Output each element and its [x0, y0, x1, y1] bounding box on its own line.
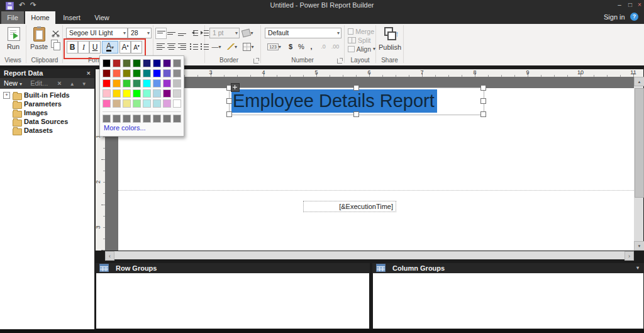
color-swatch[interactable] [143, 79, 151, 87]
tree-item-datasets[interactable]: Datasets [0, 126, 94, 135]
color-swatch[interactable] [153, 89, 161, 98]
color-swatch[interactable] [133, 115, 141, 123]
resize-handle[interactable] [353, 85, 359, 91]
currency-button[interactable]: $ [286, 42, 295, 52]
color-swatch[interactable] [123, 59, 131, 67]
tree-item-data-sources[interactable]: Data Sources [0, 117, 94, 126]
align-center-button[interactable] [166, 42, 176, 52]
color-swatch[interactable] [123, 69, 131, 77]
tree-item-images[interactable]: Images [0, 108, 94, 117]
font-size-combo[interactable]: 28 ▾ [128, 28, 152, 38]
delete-button[interactable]: × [57, 79, 61, 87]
color-swatch[interactable] [173, 89, 181, 98]
paste-button[interactable]: Paste [29, 26, 49, 50]
color-swatch[interactable] [113, 59, 121, 67]
grow-font-button[interactable]: A▴ [119, 41, 131, 54]
color-swatch[interactable] [153, 99, 161, 108]
color-swatch[interactable] [133, 99, 141, 108]
new-button[interactable]: New ▾ [4, 79, 22, 87]
underline-button[interactable]: U [89, 41, 101, 54]
decrease-decimal-button[interactable]: .00 [330, 42, 341, 52]
color-swatch[interactable] [103, 69, 111, 77]
color-swatch[interactable] [113, 89, 121, 98]
valign-top-button[interactable] [155, 28, 167, 39]
border-color-button[interactable]: ▾ [225, 42, 240, 52]
color-swatch[interactable] [163, 69, 171, 77]
chevron-down-icon[interactable]: ▾ [636, 263, 639, 273]
merge-button[interactable]: Merge [348, 27, 374, 35]
color-swatch[interactable] [103, 115, 111, 123]
color-swatch[interactable] [133, 89, 141, 98]
scroll-up-icon[interactable]: ▲ [634, 77, 644, 86]
number-dialog-launcher-icon[interactable] [337, 59, 342, 64]
tab-home[interactable]: Home [25, 11, 55, 24]
align-menu-button[interactable]: Align ▾ [348, 45, 375, 53]
color-swatch[interactable] [163, 99, 171, 108]
close-button[interactable]: × [635, 1, 644, 9]
scroll-right-icon[interactable]: › [625, 251, 634, 261]
color-swatch[interactable] [103, 99, 111, 108]
tree-item-parameters[interactable]: Parameters [0, 99, 94, 108]
color-swatch[interactable] [153, 79, 161, 87]
color-swatch[interactable] [113, 69, 121, 77]
cut-button[interactable] [50, 29, 60, 38]
minimize-button[interactable]: – [615, 1, 624, 9]
expand-icon[interactable]: + [3, 92, 10, 99]
bold-button[interactable]: B [67, 41, 78, 54]
color-swatch[interactable] [103, 79, 111, 87]
color-swatch[interactable] [163, 115, 171, 123]
increase-decimal-button[interactable]: .0 [318, 42, 329, 52]
run-button[interactable]: Run [3, 26, 24, 50]
execution-time-textbox[interactable]: [&ExecutionTime] [303, 201, 396, 212]
increase-indent-button[interactable] [199, 28, 209, 38]
valign-bottom-button[interactable] [177, 28, 187, 38]
color-swatch[interactable] [103, 59, 111, 67]
sign-in-link[interactable]: Sign in [604, 13, 625, 21]
color-swatch[interactable] [143, 115, 151, 123]
tab-insert[interactable]: Insert [57, 11, 87, 24]
color-swatch[interactable] [123, 79, 131, 87]
horizontal-scrollbar[interactable]: ‹ › [105, 251, 634, 259]
color-swatch[interactable] [123, 89, 131, 98]
italic-button[interactable]: I [78, 41, 89, 54]
color-swatch[interactable] [143, 99, 151, 108]
font-name-combo[interactable]: Segoe UI Light ▾ [66, 28, 128, 38]
color-swatch[interactable] [163, 59, 171, 67]
help-icon[interactable]: ? [630, 13, 638, 21]
row-groups-body[interactable] [96, 273, 369, 329]
color-swatch[interactable] [143, 89, 151, 98]
resize-handle[interactable] [353, 111, 359, 117]
resize-handle[interactable] [480, 111, 486, 117]
color-swatch[interactable] [143, 59, 151, 67]
scroll-left-icon[interactable]: ‹ [105, 251, 114, 261]
borders-button[interactable]: ▾ [241, 42, 256, 52]
column-groups-body[interactable] [373, 273, 643, 329]
color-swatch[interactable] [173, 59, 181, 67]
color-swatch[interactable] [103, 89, 111, 98]
numbered-list-button[interactable] [199, 42, 209, 52]
color-swatch[interactable] [113, 79, 121, 87]
align-left-button[interactable] [155, 42, 165, 52]
border-width-combo[interactable]: 1 pt ▾ [209, 28, 240, 38]
color-swatch[interactable] [163, 79, 171, 87]
move-up-button[interactable]: ▲ [70, 81, 75, 87]
vertical-scrollbar[interactable]: ▲ ▼ [634, 77, 643, 251]
split-button[interactable]: Split [348, 36, 374, 44]
color-swatch[interactable] [143, 69, 151, 77]
resize-handle[interactable] [226, 111, 232, 117]
scroll-down-icon[interactable]: ▼ [634, 241, 644, 251]
color-swatch[interactable] [153, 69, 161, 77]
color-swatch[interactable] [133, 69, 141, 77]
maximize-button[interactable]: □ [626, 1, 635, 9]
color-swatch[interactable] [133, 79, 141, 87]
color-swatch[interactable] [173, 79, 181, 87]
panel-close-icon[interactable]: × [87, 69, 91, 78]
color-swatch[interactable] [123, 115, 131, 123]
color-swatch[interactable] [173, 69, 181, 77]
resize-handle[interactable] [226, 98, 232, 104]
color-swatch[interactable] [153, 59, 161, 67]
resize-handle[interactable] [480, 85, 486, 91]
tab-view[interactable]: View [88, 11, 116, 24]
resize-handle[interactable] [480, 98, 486, 104]
move-handle-icon[interactable] [231, 83, 240, 92]
